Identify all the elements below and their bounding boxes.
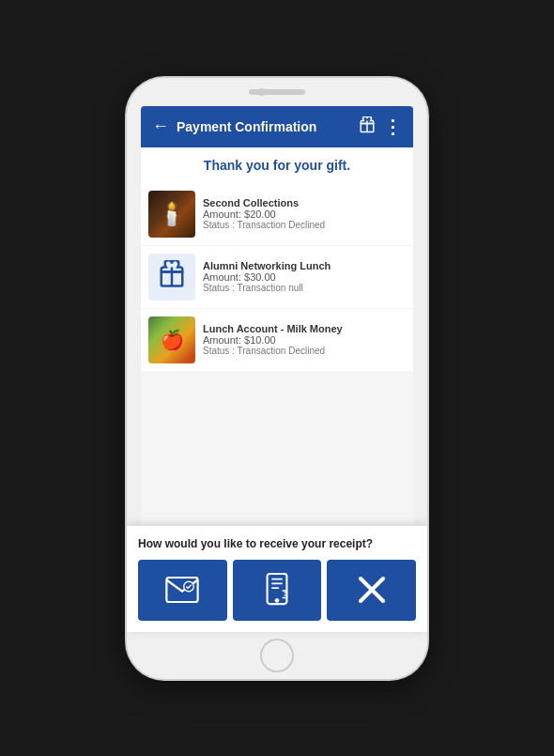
phone-screen: ← Payment Confirmation ⋮ Thank you for y… bbox=[141, 106, 413, 632]
phone-frame: ← Payment Confirmation ⋮ Thank you for y… bbox=[127, 78, 427, 679]
receipt-question: How would you like to receive your recei… bbox=[141, 537, 413, 550]
gift-icon[interactable] bbox=[359, 116, 376, 137]
more-icon[interactable]: ⋮ bbox=[383, 116, 402, 138]
transactions-list: Second Collections Amount: $20.00 Status… bbox=[141, 183, 413, 585]
logo-thumbnail bbox=[148, 254, 195, 301]
email-receipt-button[interactable] bbox=[141, 560, 227, 621]
transaction-info-2: Lunch Account - Milk Money Amount: $10.0… bbox=[203, 323, 406, 356]
transaction-amount-0: Amount: $20.00 bbox=[203, 208, 406, 220]
home-button[interactable] bbox=[260, 639, 294, 672]
transaction-amount-2: Amount: $10.00 bbox=[203, 334, 406, 346]
transaction-name-2: Lunch Account - Milk Money bbox=[203, 323, 406, 334]
transaction-image-logo bbox=[148, 254, 195, 301]
transaction-image-fruit bbox=[148, 316, 195, 363]
app-header: ← Payment Confirmation ⋮ bbox=[141, 106, 413, 147]
transaction-name-1: Alumni Networking Lunch bbox=[203, 260, 406, 271]
logo-letter bbox=[158, 260, 186, 294]
candle-thumbnail bbox=[148, 191, 195, 238]
transaction-amount-1: Amount: $30.00 bbox=[203, 271, 406, 283]
svg-point-10 bbox=[275, 598, 279, 602]
phone-speaker bbox=[249, 89, 305, 95]
transaction-info-0: Second Collections Amount: $20.00 Status… bbox=[203, 197, 406, 230]
thank-you-banner: Thank you for your gift. bbox=[141, 147, 413, 183]
transaction-item: Second Collections Amount: $20.00 Status… bbox=[141, 183, 413, 245]
transaction-status-0: Status : Transaction Declined bbox=[203, 220, 406, 230]
close-receipt-button[interactable] bbox=[327, 560, 413, 621]
phone-top-bar bbox=[127, 78, 427, 106]
header-left: ← Payment Confirmation bbox=[152, 116, 316, 136]
header-right: ⋮ bbox=[359, 116, 402, 138]
receipt-buttons bbox=[141, 560, 413, 621]
transaction-item: Lunch Account - Milk Money Amount: $10.0… bbox=[141, 309, 413, 371]
receipt-overlay: How would you like to receive your recei… bbox=[141, 526, 413, 632]
transaction-status-1: Status : Transaction null bbox=[203, 283, 406, 293]
phone-camera bbox=[258, 88, 266, 96]
header-title: Payment Confirmation bbox=[177, 119, 316, 134]
sms-receipt-button[interactable] bbox=[233, 560, 322, 621]
transaction-info-1: Alumni Networking Lunch Amount: $30.00 S… bbox=[203, 260, 406, 293]
fruit-thumbnail bbox=[148, 316, 195, 363]
back-button[interactable]: ← bbox=[152, 116, 169, 136]
transaction-item: Alumni Networking Lunch Amount: $30.00 S… bbox=[141, 246, 413, 308]
thank-you-text: Thank you for your gift. bbox=[204, 158, 350, 173]
phone-bottom-bar bbox=[127, 632, 427, 679]
transaction-name-0: Second Collections bbox=[203, 197, 406, 208]
transaction-image-candle bbox=[148, 191, 195, 238]
transaction-status-2: Status : Transaction Declined bbox=[203, 346, 406, 356]
